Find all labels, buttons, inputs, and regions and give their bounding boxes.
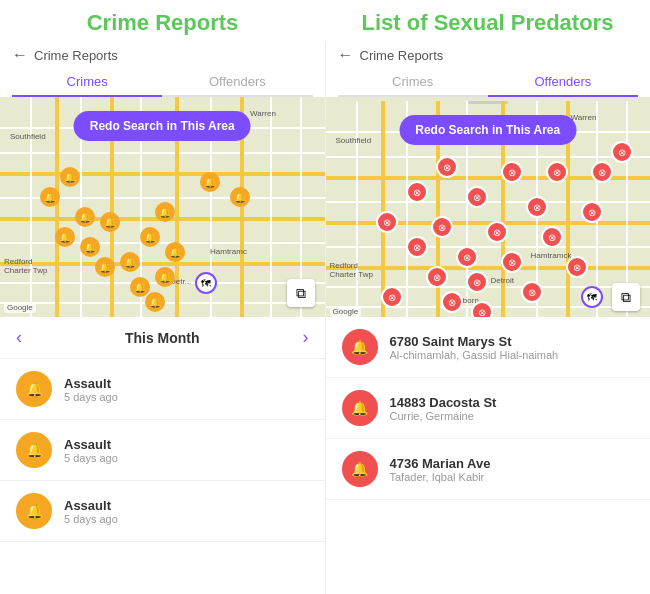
crime-icon-0: 🔔 [16,371,52,407]
right-map-label-detroit: Detroit [491,276,515,285]
crime-type-0: Assault [64,376,118,391]
crime-item[interactable]: 🔔 Assault 5 days ago [0,481,325,542]
offender-item-0[interactable]: 🔔 6780 Saint Marys St Al-chimamlah, Gass… [326,317,651,378]
right-tabs: Crimes Offenders [338,68,639,97]
crime-marker: 🔔 [100,212,120,232]
crime-time-2: 5 days ago [64,513,118,525]
crime-marker: 🔔 [55,227,75,247]
offender-marker: ⊗ [611,141,633,163]
offender-addr-0: 6780 Saint Marys St [390,334,559,349]
offender-marker: ⊗ [466,271,488,293]
right-google-badge: Google [330,306,362,317]
offender-name-2: Tafader, Iqbal Kabir [390,471,491,483]
crime-marker: 🔔 [155,202,175,222]
offender-marker: ⊗ [466,186,488,208]
layers-icon[interactable]: ⧉ [287,279,315,307]
offender-item-2[interactable]: 🔔 4736 Marian Ave Tafader, Iqbal Kabir [326,439,651,500]
offender-marker: ⊗ [381,286,403,308]
crime-icon-1: 🔔 [16,432,52,468]
right-map-label-redford: RedfordCharter Twp [330,261,373,279]
offender-name-0: Al-chimamlah, Gassid Hial-naimah [390,349,559,361]
left-back-row[interactable]: ← Crime Reports [0,42,325,68]
crime-marker: 🔔 [200,172,220,192]
right-back-arrow[interactable]: ← [338,46,354,64]
crime-marker: 🔔 [145,292,165,312]
offender-marker: ⊗ [406,181,428,203]
redo-search-button[interactable]: Redo Search in This Area [74,111,251,141]
right-back-row[interactable]: ← Crime Reports [326,42,651,68]
offender-marker: ⊗ [541,226,563,248]
offender-marker: ⊗ [546,161,568,183]
offender-name-1: Currie, Germaine [390,410,497,422]
offender-marker: ⊗ [486,221,508,243]
crime-marker: 🔔 [140,227,160,247]
offender-marker: ⊗ [526,196,548,218]
offender-marker: ⊗ [426,266,448,288]
period-label: This Month [125,330,200,346]
prev-period-button[interactable]: ‹ [16,327,22,348]
offender-marker: ⊗ [406,236,428,258]
right-panel: ← Crime Reports Crimes Offenders [326,42,651,594]
crime-marker: 🔔 [230,187,250,207]
left-nav-bar: ‹ This Month › [0,317,325,359]
crime-marker: 🔔 [120,252,140,272]
left-back-label: Crime Reports [34,48,118,63]
special-marker: 🗺 [195,272,217,294]
right-map-label-warren: Warren [571,113,597,122]
right-special-marker: 🗺 [581,286,603,308]
crime-time-1: 5 days ago [64,452,118,464]
crime-icon-2: 🔔 [16,493,52,529]
crime-marker: 🔔 [155,267,175,287]
crime-type-2: Assault [64,498,118,513]
offender-marker: ⊗ [581,201,603,223]
right-tab-offenders[interactable]: Offenders [488,68,638,95]
offender-icon-2: 🔔 [342,451,378,487]
right-layers-icon[interactable]: ⧉ [612,283,640,311]
offender-addr-1: 14883 Dacosta St [390,395,497,410]
right-map-label-hamtramck: Hamtramck [531,251,572,260]
crime-marker: 🔔 [95,257,115,277]
offender-icon-0: 🔔 [342,329,378,365]
left-tabs: Crimes Offenders [12,68,313,97]
crime-list: 🔔 Assault 5 days ago 🔔 Assault 5 days ag… [0,359,325,542]
offender-marker: ⊗ [566,256,588,278]
crime-marker: 🔔 [75,207,95,227]
right-tab-crimes[interactable]: Crimes [338,68,488,95]
offender-marker: ⊗ [456,246,478,268]
right-redo-search-button[interactable]: Redo Search in This Area [399,115,576,145]
next-period-button[interactable]: › [303,327,309,348]
crime-marker: 🔔 [40,187,60,207]
left-back-arrow[interactable]: ← [12,46,28,64]
offender-marker: ⊗ [441,291,463,313]
right-map: Southfield Fern... Royal Oak Warren Hamt… [326,97,651,317]
right-title: List of Sexual Predators [325,10,650,36]
left-map: Southfield Ferndale Royal Oak Warren Ham… [0,97,325,317]
left-panel: ← Crime Reports Crimes Offenders [0,42,326,594]
crime-type-1: Assault [64,437,118,452]
offender-addr-2: 4736 Marian Ave [390,456,491,471]
offender-marker: ⊗ [436,156,458,178]
map-label-hamtramck: Hamtramc [210,247,247,256]
crime-marker: 🔔 [80,237,100,257]
offender-icon-1: 🔔 [342,390,378,426]
crime-item[interactable]: 🔔 Assault 5 days ago [0,420,325,481]
left-tab-crimes[interactable]: Crimes [12,68,162,95]
offender-marker: ⊗ [501,161,523,183]
crime-marker: 🔔 [60,167,80,187]
map-label-warren: Warren [250,109,276,118]
google-badge: Google [4,302,36,313]
crime-item[interactable]: 🔔 Assault 5 days ago [0,359,325,420]
right-map-label-southfield: Southfield [336,136,372,145]
crime-marker: 🔔 [165,242,185,262]
left-tab-offenders[interactable]: Offenders [162,68,312,95]
left-title: Crime Reports [0,10,325,36]
offender-marker: ⊗ [591,161,613,183]
right-back-label: Crime Reports [360,48,444,63]
offender-marker: ⊗ [471,301,493,317]
offender-list: 🔔 6780 Saint Marys St Al-chimamlah, Gass… [326,317,651,500]
offender-marker: ⊗ [501,251,523,273]
offender-item-1[interactable]: 🔔 14883 Dacosta St Currie, Germaine [326,378,651,439]
crime-time-0: 5 days ago [64,391,118,403]
map-label-redford: RedfordCharter Twp [4,257,47,275]
offender-marker: ⊗ [376,211,398,233]
